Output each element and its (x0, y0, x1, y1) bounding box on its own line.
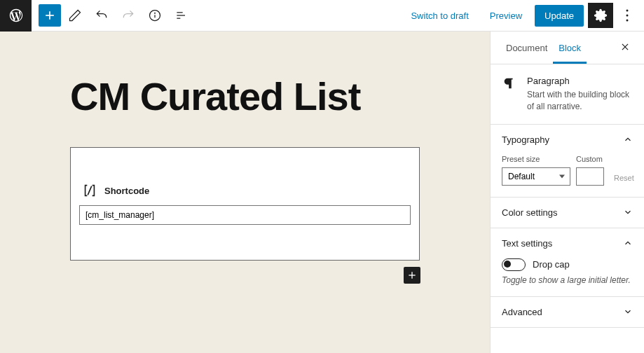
block-info: Paragraph Start with the building block … (491, 64, 644, 125)
more-options-button[interactable] (617, 3, 637, 28)
preview-button[interactable]: Preview (481, 5, 530, 27)
chevron-down-icon (623, 307, 633, 317)
add-block-button[interactable] (39, 4, 61, 27)
panel-advanced-header[interactable]: Advanced (491, 297, 644, 327)
shortcode-block[interactable]: Shortcode (70, 147, 420, 261)
close-icon (620, 42, 630, 52)
panel-typography: Typography Preset size Default (491, 125, 644, 198)
pencil-icon (68, 8, 82, 22)
info-icon (148, 8, 162, 22)
preset-size-select[interactable]: Default (502, 167, 570, 186)
info-button[interactable] (142, 3, 167, 28)
redo-icon (121, 8, 135, 22)
insert-block-button[interactable] (404, 267, 420, 284)
top-toolbar: Switch to draft Preview Update (0, 0, 644, 32)
chevron-down-icon (623, 207, 633, 217)
wordpress-logo[interactable] (0, 0, 32, 32)
reset-size-button[interactable]: Reset (610, 170, 638, 186)
panel-text: Text settings Drop cap Toggle to show a … (491, 228, 644, 297)
tab-block[interactable]: Block (553, 33, 587, 63)
drop-cap-toggle[interactable] (502, 258, 526, 271)
shortcode-input[interactable] (79, 205, 411, 225)
undo-icon (95, 8, 109, 22)
tab-document[interactable]: Document (500, 33, 553, 63)
shortcode-icon (82, 183, 97, 198)
settings-sidebar: Document Block Paragraph Start with the … (490, 32, 644, 353)
close-sidebar-button[interactable] (616, 38, 634, 58)
preset-size-label: Preset size (502, 155, 570, 163)
kebab-icon (626, 9, 629, 22)
drop-cap-hint: Toggle to show a large initial letter. (502, 275, 633, 285)
wordpress-icon (8, 8, 24, 23)
panel-color: Color settings (491, 198, 644, 228)
svg-point-10 (626, 20, 629, 22)
settings-button[interactable] (588, 3, 613, 28)
svg-point-8 (626, 10, 629, 12)
panel-advanced: Advanced (491, 297, 644, 328)
custom-size-label: Custom (576, 155, 604, 163)
drop-cap-label: Drop cap (533, 259, 570, 270)
editor-canvas[interactable]: CM Curated List Shortcode (0, 32, 490, 353)
svg-point-9 (626, 15, 629, 17)
chevron-up-icon (623, 238, 633, 248)
block-description: Start with the building block of all nar… (527, 89, 633, 113)
gear-icon (594, 8, 608, 22)
list-icon (174, 8, 189, 22)
plus-icon (43, 8, 57, 22)
shortcode-label: Shortcode (104, 186, 149, 196)
panel-text-header[interactable]: Text settings (491, 228, 644, 258)
block-name: Paragraph (527, 76, 633, 86)
svg-point-4 (155, 13, 156, 13)
outline-button[interactable] (169, 3, 194, 28)
svg-line-11 (88, 186, 92, 195)
panel-typography-header[interactable]: Typography (491, 125, 644, 155)
panel-color-header[interactable]: Color settings (491, 198, 644, 228)
chevron-up-icon (623, 134, 633, 144)
page-title[interactable]: CM Curated List (70, 74, 420, 119)
edit-mode-button[interactable] (62, 3, 88, 28)
paragraph-icon (502, 76, 517, 91)
redo-button[interactable] (116, 3, 141, 28)
plus-icon (406, 270, 418, 281)
custom-size-input[interactable] (576, 167, 604, 186)
update-button[interactable]: Update (535, 5, 584, 27)
undo-button[interactable] (89, 3, 114, 28)
switch-to-draft-button[interactable]: Switch to draft (402, 5, 477, 27)
